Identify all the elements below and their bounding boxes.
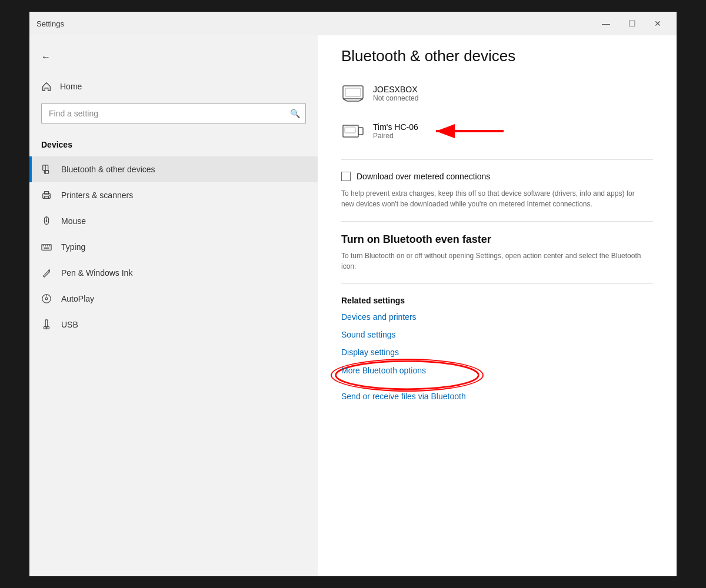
download-checkbox-label: Download over metered connections — [357, 172, 490, 181]
svg-rect-12 — [45, 245, 46, 246]
more-bluetooth-container: More Bluetooth options — [341, 366, 426, 375]
maximize-button[interactable]: ☐ — [620, 15, 644, 32]
svg-rect-15 — [44, 248, 49, 249]
divider1 — [341, 159, 653, 160]
download-helper-text: To help prevent extra charges, keep this… — [341, 188, 647, 209]
page-title: Bluetooth & other devices — [341, 47, 653, 65]
close-button[interactable]: ✕ — [646, 15, 670, 32]
svg-rect-19 — [45, 320, 48, 328]
svg-point-9 — [46, 220, 48, 222]
sidebar-item-autoplay[interactable]: AutoPlay — [29, 286, 318, 312]
red-circle-annotation — [331, 359, 484, 392]
sidebar: ← Home 🔍 Devices — [29, 35, 318, 576]
svg-rect-11 — [43, 245, 44, 246]
autoplay-label: AutoPlay — [61, 294, 94, 303]
settings-title: Settings — [36, 19, 64, 28]
bluetooth-label: Bluetooth & other devices — [61, 165, 155, 174]
link-more-bluetooth[interactable]: More Bluetooth options — [341, 366, 426, 375]
red-arrow-annotation — [430, 123, 507, 139]
printers-icon — [41, 190, 53, 201]
back-arrow-icon: ← — [41, 52, 51, 62]
typing-label: Typing — [61, 242, 85, 252]
device-joesxbox-name: JOESXBOX — [373, 85, 418, 94]
sidebar-item-pen[interactable]: Pen & Windows Ink — [29, 260, 318, 286]
device-joesxbox: JOESXBOX Not connected — [341, 77, 653, 110]
sidebar-item-home[interactable]: Home — [29, 74, 318, 99]
svg-rect-1 — [44, 171, 48, 173]
content-area: ← Home 🔍 Devices — [29, 35, 677, 576]
autoplay-icon — [41, 293, 53, 304]
sidebar-item-printers[interactable]: Printers & scanners — [29, 182, 318, 208]
usb-label: USB — [61, 320, 78, 329]
device-hc06-icon — [341, 119, 365, 143]
search-box: 🔍 — [41, 103, 306, 123]
divider3 — [341, 283, 653, 284]
device-hc06-info: Tim's HC-06 Paired — [373, 122, 418, 140]
pen-label: Pen & Windows Ink — [61, 268, 132, 278]
download-checkbox-row: Download over metered connections — [341, 172, 653, 181]
faster-heading: Turn on Bluetooth even faster — [341, 233, 653, 246]
sidebar-item-mouse[interactable]: Mouse — [29, 208, 318, 234]
faster-text: To turn Bluetooth on or off without open… — [341, 250, 647, 272]
svg-rect-29 — [345, 127, 355, 133]
svg-rect-26 — [345, 88, 361, 96]
link-devices-printers[interactable]: Devices and printers — [341, 312, 653, 322]
svg-rect-28 — [358, 128, 363, 135]
sidebar-item-bluetooth[interactable]: Bluetooth & other devices — [29, 156, 318, 182]
printers-label: Printers & scanners — [61, 191, 133, 200]
mouse-icon — [41, 216, 53, 226]
titlebar-left: Settings — [36, 19, 64, 28]
device-hc06-row: Tim's HC-06 Paired — [341, 115, 653, 148]
devices-section-title: Devices — [29, 135, 318, 156]
related-settings-title: Related settings — [341, 296, 653, 305]
bluetooth-icon — [41, 164, 53, 175]
sidebar-item-typing[interactable]: Typing — [29, 234, 318, 260]
divider2 — [341, 221, 653, 222]
typing-icon — [41, 242, 53, 252]
search-input[interactable] — [41, 103, 306, 123]
device-hc06-status: Paired — [373, 132, 418, 140]
svg-point-6 — [49, 195, 50, 196]
usb-icon — [41, 319, 53, 330]
svg-rect-14 — [49, 245, 51, 246]
home-icon — [41, 81, 52, 92]
svg-rect-10 — [42, 245, 51, 250]
device-joesxbox-icon — [341, 82, 365, 105]
device-joesxbox-info: JOESXBOX Not connected — [373, 85, 418, 102]
titlebar: Settings — ☐ ✕ — [29, 12, 677, 35]
link-display[interactable]: Display settings — [341, 348, 653, 357]
back-button[interactable]: ← — [29, 47, 318, 74]
link-sound[interactable]: Sound settings — [341, 330, 653, 339]
home-label: Home — [60, 82, 82, 91]
settings-window: Settings — ☐ ✕ ← Home 🔍 — [29, 12, 677, 576]
device-hc06-name: Tim's HC-06 — [373, 122, 418, 132]
svg-rect-5 — [44, 196, 48, 199]
link-send-receive[interactable]: Send or receive files via Bluetooth — [341, 392, 653, 401]
main-content: Bluetooth & other devices JOESXBOX Not c… — [318, 35, 677, 576]
device-joesxbox-status: Not connected — [373, 94, 418, 102]
minimize-button[interactable]: — — [594, 15, 618, 32]
download-checkbox[interactable] — [341, 172, 351, 181]
svg-point-17 — [45, 298, 48, 300]
mouse-label: Mouse — [61, 216, 86, 226]
titlebar-controls: — ☐ ✕ — [594, 15, 670, 32]
search-icon: 🔍 — [290, 109, 300, 118]
svg-rect-13 — [47, 245, 48, 246]
pen-icon — [41, 268, 53, 278]
sidebar-item-usb[interactable]: USB — [29, 312, 318, 338]
device-hc06: Tim's HC-06 Paired — [341, 115, 418, 148]
svg-rect-22 — [343, 86, 363, 99]
